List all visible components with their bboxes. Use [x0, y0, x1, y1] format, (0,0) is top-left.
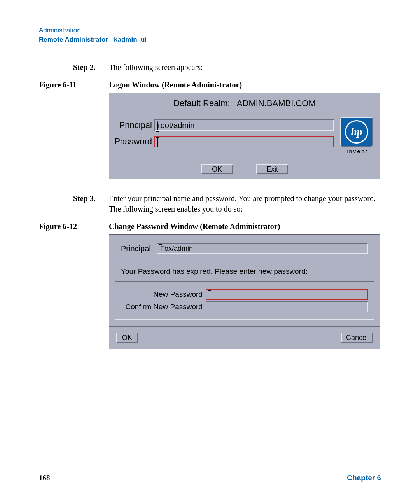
figure-6-12-label: Figure 6-12 — [39, 221, 109, 232]
exit-button[interactable]: Exit — [256, 164, 288, 174]
page-footer: 168 Chapter 6 — [39, 471, 381, 482]
password-frame: New Password Confirm New Password — [115, 281, 374, 320]
hp-tagline: invent — [340, 148, 374, 154]
step-2: Step 2. The following screen appears: — [73, 62, 381, 73]
chapter-label: Chapter 6 — [347, 474, 381, 482]
text-caret-icon — [158, 137, 158, 147]
step-3-label: Step 3. — [73, 193, 109, 214]
step-3-text: Enter your principal name and password. … — [109, 193, 381, 214]
confirm-password-label: Confirm New Password — [121, 303, 206, 311]
default-realm: Default Realm: ADMIN.BAMBI.COM — [109, 93, 380, 117]
figure-6-11-label: Figure 6-11 — [39, 80, 109, 90]
page-number: 168 — [39, 474, 50, 482]
chg-principal-input[interactable]: Fox/admin — [157, 243, 368, 254]
chg-principal-value: Fox/admin — [160, 245, 193, 253]
chg-cancel-button[interactable]: Cancel — [341, 332, 373, 343]
password-label: Password — [109, 136, 154, 147]
principal-label: Principal — [109, 120, 154, 130]
realm-label: Default Realm: — [173, 98, 230, 108]
figure-6-12-caption: Change Password Window (Remote Administr… — [109, 221, 280, 232]
text-caret-icon — [209, 290, 209, 299]
figure-6-11-heading: Figure 6-11 Logon Window (Remote Adminis… — [39, 80, 381, 90]
hp-logo-text: hp — [345, 120, 368, 144]
new-password-label: New Password — [121, 290, 206, 299]
section-subtitle: Remote Administrator - kadmin_ui — [39, 36, 381, 44]
chg-ok-button[interactable]: OK — [116, 332, 138, 343]
text-caret-icon — [160, 244, 160, 254]
ok-button[interactable]: OK — [201, 164, 233, 174]
principal-input[interactable]: root/admin — [154, 119, 334, 131]
confirm-password-input[interactable] — [206, 301, 368, 312]
expired-message: Your Password has expired. Please enter … — [109, 260, 380, 281]
text-caret-icon — [209, 302, 209, 312]
new-password-input[interactable] — [206, 289, 368, 300]
hp-logo: hp invent — [338, 117, 380, 154]
password-input[interactable] — [154, 136, 334, 147]
figure-6-11-caption: Logon Window (Remote Administrator) — [109, 80, 242, 90]
section-header: Administration — [39, 26, 381, 34]
chg-principal-label: Principal — [121, 244, 157, 253]
realm-value: ADMIN.BAMBI.COM — [237, 98, 316, 108]
logon-window: Default Realm: ADMIN.BAMBI.COM Principal… — [109, 93, 380, 179]
step-2-label: Step 2. — [73, 62, 109, 73]
change-password-window: Principal Fox/admin Your Password has ex… — [109, 234, 380, 349]
text-caret-icon — [158, 121, 158, 130]
figure-6-12-heading: Figure 6-12 Change Password Window (Remo… — [39, 221, 381, 232]
principal-value: root/admin — [158, 121, 195, 130]
step-2-text: The following screen appears: — [109, 62, 381, 73]
step-3: Step 3. Enter your principal name and pa… — [73, 193, 381, 214]
